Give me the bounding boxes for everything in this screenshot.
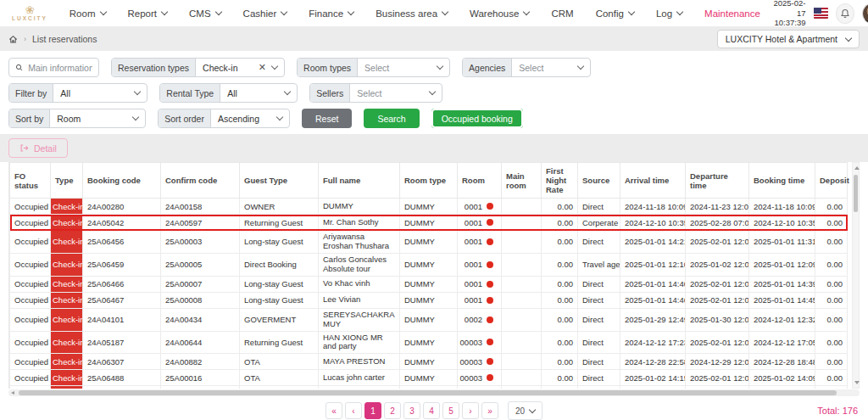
- table-row[interactable]: Occupied Check-in 24A05936 24A00761 Dire…: [10, 386, 848, 389]
- cell-first-night-rate: 0.00: [542, 231, 578, 254]
- column-header: Arrival time: [620, 163, 686, 199]
- page-size-select[interactable]: 20: [508, 401, 542, 420]
- filter-row-3: Sort by Room Sort order Ascending Reset …: [8, 109, 860, 128]
- nav-right-section: 2025-02-17 10:37:39: [769, 0, 868, 28]
- nav-item[interactable]: CMS: [189, 8, 221, 19]
- search-input[interactable]: [28, 63, 92, 73]
- chevron-down-icon: [271, 63, 278, 70]
- occupied-booking-button[interactable]: Occupied booking: [431, 109, 523, 128]
- nav-item[interactable]: Business area: [376, 8, 448, 19]
- pagination-last-button[interactable]: »: [481, 402, 498, 419]
- pagination-first-button[interactable]: «: [326, 402, 342, 419]
- pagination-next-button[interactable]: ›: [462, 402, 479, 419]
- nav-item[interactable]: Room: [70, 8, 106, 19]
- scroll-down-arrow-icon[interactable]: [854, 381, 860, 384]
- top-nav-bar: ❀ LUXCITY Room Report CMS Cashier Financ…: [0, 0, 868, 27]
- brand-logo[interactable]: ❀ LUXCITY: [12, 4, 47, 22]
- room-types-filter: Room types Select: [297, 58, 450, 77]
- cell-booking-time: 2024-11-18 10:09: [749, 199, 815, 215]
- pagination-page-button[interactable]: 5: [442, 402, 459, 419]
- cell-full-name: DUMMY: [319, 199, 400, 215]
- language-flag-icon[interactable]: [814, 8, 829, 19]
- cell-deposit: 0.00: [815, 386, 848, 389]
- nav-item[interactable]: Maintenance: [704, 8, 760, 19]
- search-button[interactable]: Search: [364, 109, 419, 128]
- filter-by-select[interactable]: All: [53, 84, 147, 102]
- column-header: Main room: [502, 163, 542, 199]
- total-count: Total: 176: [817, 406, 858, 416]
- pagination-page-button[interactable]: 3: [403, 402, 420, 419]
- horizontal-scroll-thumb[interactable]: [19, 390, 837, 395]
- agencies-select[interactable]: Select: [512, 59, 590, 76]
- nav-item-label: Log: [656, 8, 672, 19]
- chevron-down-icon: [437, 63, 443, 70]
- column-header: Guest Type: [240, 163, 319, 199]
- vertical-scrollbar[interactable]: [852, 162, 860, 389]
- sort-by-select[interactable]: Room: [50, 109, 145, 127]
- cell-main-room: [502, 370, 542, 386]
- cell-departure-time: 2025-02-01 12:00: [686, 231, 749, 254]
- cell-fo-status: Occupied: [14, 279, 48, 288]
- scroll-left-arrow-icon[interactable]: [11, 391, 14, 395]
- user-avatar[interactable]: [862, 3, 868, 24]
- horizontal-scrollbar[interactable]: [8, 389, 860, 396]
- cell-departure-time: 2025-01-02 12:00: [686, 253, 749, 276]
- cell-main-room: [502, 308, 542, 331]
- chevron-down-icon: [676, 8, 683, 15]
- cell-room: 0002: [465, 315, 482, 324]
- chevron-down-icon: [284, 88, 291, 95]
- current-date: 2025-02-17: [769, 0, 806, 18]
- reservation-types-select[interactable]: Check-in ✕: [196, 59, 284, 76]
- scroll-up-arrow-icon[interactable]: [854, 166, 860, 170]
- table-row[interactable]: Occupied Check-in 25A06456 25A00003 Long…: [10, 231, 848, 254]
- table-row[interactable]: Occupied Check-in 25A06459 25A00005 Dire…: [10, 253, 848, 276]
- pagination-page-button[interactable]: 2: [384, 402, 401, 419]
- home-icon[interactable]: [8, 35, 18, 44]
- cell-room: 0001: [465, 260, 482, 269]
- nav-item[interactable]: Finance: [309, 8, 353, 19]
- cell-guest-type: Direct Booking: [240, 386, 319, 389]
- table-row[interactable]: Occupied Check-in 24A05187 24A00644 Retu…: [10, 331, 848, 354]
- pagination-page-button[interactable]: 1: [364, 402, 381, 419]
- chevron-down-icon: [529, 406, 536, 412]
- column-header: Booking code: [83, 163, 161, 199]
- agencies-label: Agencies: [463, 59, 512, 76]
- table-row[interactable]: Occupied Check-in 24A00280 24A00158 OWNE…: [10, 199, 848, 215]
- sellers-select[interactable]: Select: [350, 84, 442, 102]
- detail-button[interactable]: Detail: [8, 138, 68, 158]
- cell-room: 00003: [460, 373, 482, 383]
- sort-order-select[interactable]: Ascending: [211, 109, 289, 127]
- cell-room-type: DUMMY: [400, 292, 458, 308]
- table-row[interactable]: Occupied Check-in 25A06467 25A00008 Long…: [10, 292, 848, 308]
- nav-item[interactable]: Warehouse: [470, 8, 529, 19]
- property-selector[interactable]: LUXCITY Hotel & Apartment: [717, 30, 860, 48]
- table-row[interactable]: Occupied Check-in 24A04101 24A00434 GOVE…: [10, 308, 848, 331]
- cell-main-room: [502, 199, 542, 215]
- table-row[interactable]: Occupied Check-in 25A06466 25A00007 Long…: [10, 276, 848, 292]
- table-row[interactable]: Occupied Check-in 25A06488 25A00016 OTA …: [10, 370, 848, 386]
- nav-item[interactable]: Cashier: [243, 8, 287, 19]
- cell-booking-code: 24A00280: [83, 199, 161, 215]
- pagination-prev-button[interactable]: ‹: [345, 402, 362, 419]
- cell-arrival-time: 2025-01-01 14:40: [620, 276, 686, 292]
- cell-room-type: DUMMY: [400, 199, 458, 215]
- room-types-select[interactable]: Select: [358, 59, 449, 76]
- cell-first-night-rate: 0.00: [542, 386, 578, 389]
- reset-button[interactable]: Reset: [302, 109, 352, 128]
- pagination-page-button[interactable]: 4: [423, 402, 440, 419]
- clear-filter-icon[interactable]: ✕: [259, 62, 266, 73]
- vertical-scroll-thumb[interactable]: [854, 175, 858, 212]
- nav-item[interactable]: Log: [656, 8, 682, 19]
- breadcrumb: › List reservations: [8, 34, 97, 44]
- cell-confirm-code: 25A00008: [161, 292, 240, 308]
- notification-bell-button[interactable]: [836, 3, 854, 24]
- nav-item[interactable]: Report: [128, 8, 168, 19]
- nav-item[interactable]: CRM: [551, 8, 573, 19]
- cell-room-type: DUMMY: [400, 370, 458, 386]
- nav-item[interactable]: Config: [596, 8, 634, 19]
- table-row[interactable]: Occupied Check-in 24A06307 24A00882 OTA …: [10, 354, 848, 370]
- table-row[interactable]: Occupied Check-in 24A05042 24A00597 Retu…: [10, 215, 848, 231]
- rental-type-select[interactable]: All: [220, 84, 297, 102]
- filter-by-value: All: [60, 88, 70, 98]
- room-status-dot: [487, 281, 493, 288]
